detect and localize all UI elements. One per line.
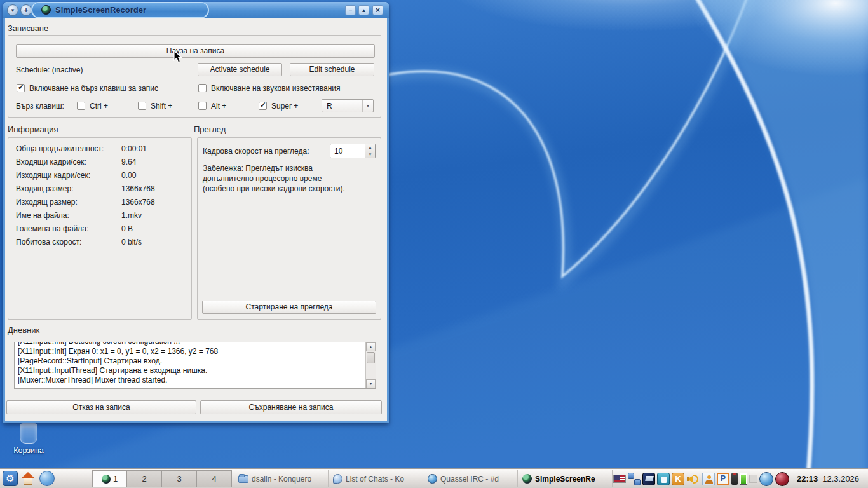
taskbar-clock[interactable]: 22:13 12.3.2026 xyxy=(797,469,859,488)
p-app-icon[interactable]: P xyxy=(717,473,729,485)
quassel-icon xyxy=(428,474,437,484)
minimize-button[interactable]: – xyxy=(345,5,356,15)
info-value: 868x488 xyxy=(121,198,155,207)
ctrl-label: Ctrl + xyxy=(90,102,108,111)
trash-desktop-icon[interactable]: Корзина xyxy=(9,423,48,455)
log-line: [X11Input::Init] Екран 0: x1 = 0, y1 = 0… xyxy=(18,347,218,356)
close-button[interactable]: × xyxy=(372,5,383,15)
scroll-up-button[interactable]: ▲ xyxy=(366,342,376,351)
home-icon-body xyxy=(24,478,32,485)
alt-checkbox[interactable] xyxy=(198,102,207,110)
task-quassel[interactable]: Quassel IRC - #d xyxy=(423,470,518,487)
inactive-tray-icon[interactable] xyxy=(749,475,757,483)
information-groupbox: Обща продължителност: 0:00:01 Входящи ка… xyxy=(8,137,192,320)
desktop-2-cell[interactable]: 2 xyxy=(127,470,162,487)
app-icon-mini xyxy=(102,475,111,484)
save-recording-button[interactable]: Съхраняване на записа xyxy=(200,400,382,414)
task-simplescreenrecorder[interactable]: SimpleScreenRe xyxy=(518,470,613,487)
info-label: Големина на файла: xyxy=(16,224,88,233)
cancel-recording-button[interactable]: Отказ на записа xyxy=(6,400,196,414)
info-value: 0.00 xyxy=(121,171,136,180)
scrollbar-thumb[interactable] xyxy=(367,352,375,363)
task-label: SimpleScreenRe xyxy=(535,475,595,484)
battery-dark-icon[interactable] xyxy=(731,473,738,485)
window-title: SimpleScreenRecorder xyxy=(55,5,146,15)
network-monitor-icon[interactable] xyxy=(628,473,641,485)
desktop-number: 2 xyxy=(142,474,146,484)
spin-down-button[interactable]: ▼ xyxy=(365,151,375,158)
terminal-icon[interactable] xyxy=(642,473,655,485)
desktop-1-cell[interactable]: 1 xyxy=(92,470,127,487)
log-line: [X11Input::Init] Detecting screen config… xyxy=(18,342,180,346)
schedule-status-label: Schedule: (inactive) xyxy=(16,65,83,74)
app-icon xyxy=(41,5,51,15)
log-line: [X11Input::InputThread] Стартирана е вхо… xyxy=(18,366,207,376)
information-section-title: Информация xyxy=(8,125,58,134)
window-pin-button[interactable]: + xyxy=(20,4,32,16)
hotkey-key-combobox[interactable]: R ▼ xyxy=(322,99,374,112)
trash-label: Корзина xyxy=(9,446,48,455)
desktop-4-cell[interactable]: 4 xyxy=(197,470,232,487)
info-label: Входящи кадри/сек: xyxy=(16,158,86,166)
chevron-down-icon: ▼ xyxy=(10,8,15,13)
info-value: 868x488 xyxy=(121,184,155,193)
super-checkbox[interactable]: ✓ xyxy=(259,102,267,110)
info-label: Входящ размер: xyxy=(16,184,74,193)
info-value: 1.mkv xyxy=(121,211,142,220)
window-menu-button[interactable]: ▼ xyxy=(7,4,18,16)
plus-icon: + xyxy=(24,6,28,15)
keyboard-layout-us-icon[interactable] xyxy=(613,475,626,483)
shade-button[interactable]: ▲ xyxy=(358,5,369,15)
desktop-number: 3 xyxy=(177,474,181,484)
desktop-number: 1 xyxy=(113,474,118,484)
ctrl-checkbox[interactable] xyxy=(77,102,85,110)
task-list: dsalin - Konquero List of Chats - Ko Qua… xyxy=(234,470,613,487)
battery-green-icon[interactable] xyxy=(740,473,747,485)
info-label: Име на файла: xyxy=(16,211,69,220)
info-label: Изходящ размер: xyxy=(16,198,78,207)
log-textarea[interactable]: [X11Input::Init] Detecting screen config… xyxy=(14,342,376,389)
window-titlebar[interactable]: ▼ + SimpleScreenRecorder – ▲ × xyxy=(3,2,389,18)
activate-schedule-button[interactable]: Activate schedule xyxy=(198,63,282,76)
task-chats[interactable]: List of Chats - Ko xyxy=(329,470,423,487)
home-folder-button[interactable] xyxy=(20,471,36,486)
preview-framerate-spinbox[interactable]: 10 ▲ ▼ xyxy=(330,144,376,158)
log-line: [PageRecord::StartInput] Стартиран вход. xyxy=(18,356,162,366)
spin-up-button[interactable]: ▲ xyxy=(365,144,375,151)
folder-icon xyxy=(238,475,248,483)
clock-date: 12.3.2026 xyxy=(822,474,859,484)
clipboard-icon[interactable] xyxy=(657,473,670,485)
desktop-3-cell[interactable]: 3 xyxy=(162,470,197,487)
sound-notifications-label: Включване на звукови известявания xyxy=(211,84,341,93)
hotkey-enable-checkbox[interactable]: ✓ xyxy=(17,84,25,92)
quassel-orb-icon[interactable] xyxy=(759,472,773,486)
hotkey-row-label: Бърз клавиш: xyxy=(16,102,64,111)
start-preview-button[interactable]: Стартиране на прегледа xyxy=(202,301,376,314)
show-desktop-button[interactable] xyxy=(39,471,55,486)
kmenu-button[interactable]: ⚙ xyxy=(3,471,18,486)
sound-notifications-checkbox[interactable] xyxy=(198,84,207,92)
scroll-down-button[interactable]: ▼ xyxy=(366,379,376,388)
pause-recording-button[interactable]: Пауза на записа xyxy=(16,44,375,58)
virtual-desktop-pager: 1 2 3 4 xyxy=(92,470,232,487)
system-tray: K P xyxy=(613,469,789,488)
preview-note-line: (особено при високи кадрови скорости). xyxy=(203,184,345,193)
info-value: 9.64 xyxy=(121,158,136,166)
simplescreenrecorder-window: ▼ + SimpleScreenRecorder – ▲ × Записване… xyxy=(3,2,389,423)
user-session-icon[interactable] xyxy=(702,473,715,485)
log-section-title: Дневник xyxy=(8,325,39,335)
gear-icon: ⚙ xyxy=(6,473,14,484)
volume-icon[interactable] xyxy=(686,473,700,485)
organizer-icon[interactable]: K xyxy=(672,473,684,485)
log-text: [X11Input::Init] Detecting screen config… xyxy=(18,342,364,388)
recording-groupbox: Пауза на записа Schedule: (inactive) Act… xyxy=(8,35,381,118)
edit-schedule-button[interactable]: Edit schedule xyxy=(290,63,374,76)
task-label: dsalin - Konquero xyxy=(252,475,311,484)
log-scrollbar[interactable]: ▲ ▼ xyxy=(365,342,376,388)
record-indicator-icon[interactable] xyxy=(775,472,789,486)
task-konqueror[interactable]: dsalin - Konquero xyxy=(234,470,329,487)
clock-time: 22:13 xyxy=(797,474,818,484)
mouse-cursor xyxy=(173,50,182,64)
shift-checkbox[interactable] xyxy=(138,102,146,110)
titlebar-capsule: SimpleScreenRecorder xyxy=(31,2,209,18)
